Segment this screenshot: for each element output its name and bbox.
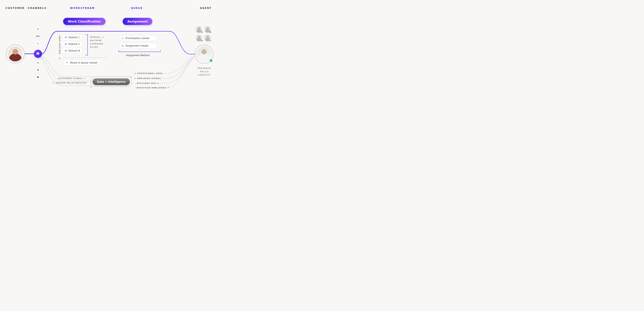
svg-point-6	[66, 44, 66, 45]
svg-point-10	[122, 45, 123, 46]
svg-point-1	[65, 37, 65, 38]
share-icon	[64, 49, 67, 52]
pill-work-classification: Work Classification	[63, 18, 106, 25]
route-to-queue-label: Route to queue ruleset	[70, 61, 97, 64]
small-agent-1	[196, 26, 202, 33]
efficient-ops-label: EFFICIENT OPS →	[137, 82, 159, 84]
svg-point-2	[66, 36, 66, 37]
route-icon	[66, 61, 68, 64]
agent-attr-capacity: CAPACITY	[195, 73, 214, 77]
channel-phone	[35, 41, 40, 46]
execution-order-arrow-icon: ↓	[58, 57, 60, 60]
chat-hub	[34, 50, 42, 58]
col-workstream: WORKSTREAM	[70, 7, 95, 9]
customer-signal-label: CUSTOMER SIGNAL →	[58, 77, 86, 79]
svg-point-7	[65, 50, 65, 51]
assignment-ruleset-card: Assignment ruleset	[119, 43, 157, 48]
ruleset-card-1: Ruleset 1	[62, 35, 82, 40]
user-assign-icon	[122, 44, 124, 47]
priority-icon	[122, 37, 124, 39]
sms-icon: SMS	[36, 35, 40, 37]
col-agent: AGENT	[200, 7, 212, 9]
loop-arrow-left-icon: ◀	[90, 86, 92, 88]
agent-avatar	[196, 47, 212, 62]
svg-point-3	[66, 38, 66, 38]
package-icon	[37, 61, 39, 64]
svg-rect-0	[37, 28, 39, 30]
small-agent-2	[204, 26, 211, 33]
assignment-method-label: Assignment Method	[126, 54, 150, 57]
employee-signal-label: ← EMPLOYEE SIGNAL	[134, 77, 161, 79]
chat-icon	[36, 52, 40, 56]
ruleset-n-label: Ruleset N	[68, 49, 80, 52]
operational-data-label: ← OPERATIONAL DATA	[134, 72, 163, 74]
channel-messenger	[35, 74, 40, 80]
execution-order-label: Execution order	[58, 35, 61, 54]
customer-avatar-ring	[6, 44, 25, 63]
status-available-check-icon	[209, 59, 213, 62]
ruleset-card-2: Ruleset 2	[62, 41, 82, 47]
data-intelligence-capsule: Data + Intelligence	[92, 78, 130, 85]
messenger-icon	[37, 76, 39, 78]
pill-work-classification-label: Work Classification	[68, 20, 101, 23]
channel-package	[35, 60, 40, 65]
loop-arrow-right-icon: ▶	[131, 75, 132, 78]
agent-avatar-ring	[195, 45, 214, 64]
svg-point-4	[65, 44, 65, 44]
ruleset-bracket	[86, 34, 88, 55]
col-customer: CUSTOMER	[6, 7, 25, 9]
assignment-ruleset-label: Assignment ruleset	[126, 44, 148, 47]
status-busy-icon	[201, 40, 203, 42]
agent-attr-presence: PRESENCE	[195, 67, 214, 70]
ruleset-2-label: Ruleset 2	[68, 43, 80, 45]
pill-assignment: Assignment	[123, 18, 152, 25]
agent-attr-skills: SKILLS	[195, 70, 214, 73]
ruleset-1-label: Ruleset 1	[68, 36, 80, 39]
assignment-method-bracket	[118, 50, 160, 52]
effective-employees-label: EFFECTIVE EMPLOYEES ↗	[137, 87, 169, 89]
share-icon	[64, 43, 67, 45]
col-queue: QUEUE	[131, 7, 143, 9]
pill-assignment-label: Assignment	[127, 20, 148, 23]
ruleset-card-n: Ruleset N	[62, 48, 82, 53]
svg-point-8	[66, 50, 66, 50]
prioritisation-label: Prioritisation ruleset	[126, 37, 149, 40]
manual-ml-label: MANUAL + MACHINE LEARNING RULES	[90, 35, 104, 49]
twitter-icon	[37, 69, 39, 71]
deeper-relationships-label: ↖ DEEPER RELATIONSHIPS	[53, 82, 87, 84]
channel-sms: SMS	[35, 34, 40, 39]
data-intelligence-label: Data + Intelligence	[97, 80, 126, 83]
status-busy-icon	[201, 31, 203, 33]
connector-lines	[0, 0, 215, 104]
route-to-queue-card: Route to queue ruleset	[64, 60, 100, 65]
status-available-icon	[210, 31, 211, 33]
small-agent-4	[204, 35, 211, 41]
small-agent-3	[196, 35, 202, 41]
status-away-icon	[210, 40, 211, 42]
channel-twitter	[35, 67, 40, 72]
svg-point-5	[66, 43, 66, 44]
channel-email	[35, 26, 40, 32]
phone-icon	[37, 42, 39, 45]
col-channels: CHANNELS	[28, 7, 46, 9]
prioritisation-card: Prioritisation ruleset	[119, 35, 157, 41]
mail-icon	[37, 28, 39, 30]
share-icon	[64, 36, 67, 39]
customer-avatar	[8, 46, 23, 61]
svg-point-9	[66, 51, 66, 51]
